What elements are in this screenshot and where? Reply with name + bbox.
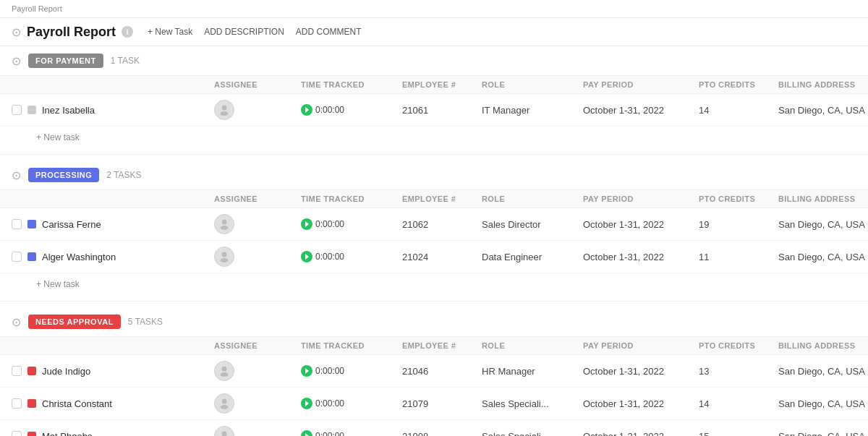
avatar[interactable] — [214, 100, 234, 120]
play-icon — [301, 398, 312, 409]
task-name-cell: Jude Indigo — [12, 366, 214, 377]
col-role: ROLE — [482, 341, 583, 350]
table-row[interactable]: Carissa Ferne 0:00:00 21062 Sales Direct… — [0, 208, 868, 241]
table-row[interactable]: Christa Constant 0:00:00 21079 Sales Spe… — [0, 388, 868, 420]
header-actions: + New Task ADD DESCRIPTION ADD COMMENT — [148, 24, 362, 40]
play-icon — [301, 104, 312, 116]
new-task-row[interactable]: + New task — [0, 273, 868, 295]
section-collapse-icon-for-payment[interactable]: ⊙ — [12, 54, 21, 68]
task-checkbox[interactable] — [12, 219, 22, 229]
info-icon[interactable]: i — [122, 26, 133, 38]
columns-row-processing: ASSIGNEE TIME TRACKED EMPLOYEE # ROLE PA… — [0, 189, 868, 208]
task-checkbox[interactable] — [12, 431, 22, 436]
col-pto-credits: PTO CREDITS — [699, 341, 778, 350]
section-collapse-icon-needs-approval[interactable]: ⊙ — [12, 315, 21, 329]
billing-address: San Diego, CA, USA — [778, 431, 868, 437]
assignee-cell — [214, 100, 301, 120]
task-checkbox[interactable] — [12, 398, 22, 409]
col-time-tracked: TIME TRACKED — [301, 341, 402, 350]
header-bar: ⊙ Payroll Report i + New Task ADD DESCRI… — [0, 18, 868, 46]
employee-num: 21061 — [402, 105, 482, 116]
new-task-button[interactable]: + New Task — [148, 24, 192, 40]
avatar[interactable] — [214, 247, 234, 267]
col-pto-credits: PTO CREDITS — [699, 80, 778, 89]
avatar[interactable] — [214, 214, 234, 234]
new-task-row[interactable]: + New task — [0, 127, 868, 148]
assignee-cell — [214, 214, 301, 234]
task-name-cell: Alger Washington — [12, 252, 214, 262]
avatar[interactable] — [214, 426, 234, 436]
play-icon — [301, 218, 312, 230]
assignee-cell — [214, 393, 301, 414]
task-name-cell: Christa Constant — [12, 398, 214, 409]
pay-period: October 1-31, 2022 — [583, 219, 699, 230]
section-badge-for-payment[interactable]: FOR PAYMENT — [28, 54, 103, 68]
employee-num: 21062 — [402, 219, 482, 230]
svg-point-9 — [221, 405, 229, 409]
task-name-cell: Inez Isabella — [12, 105, 214, 116]
pto-credits: 13 — [699, 366, 778, 377]
pay-period: October 1-31, 2022 — [583, 431, 699, 437]
pay-period: October 1-31, 2022 — [583, 252, 699, 262]
role: Sales Director — [482, 219, 583, 230]
section-collapse-icon-processing[interactable]: ⊙ — [12, 168, 21, 182]
task-name: Jude Indigo — [42, 366, 90, 377]
billing-address: San Diego, CA, USA — [778, 252, 868, 262]
pto-credits: 14 — [699, 105, 778, 116]
section-divider — [0, 154, 868, 155]
task-checkbox[interactable] — [12, 366, 22, 376]
table-row[interactable]: Alger Washington 0:00:00 21024 Data Engi… — [0, 241, 868, 273]
svg-point-5 — [221, 258, 229, 262]
table-row[interactable]: Mat Phoebe 0:00:00 21008 Sales Speciali.… — [0, 420, 868, 436]
title-group: ⊙ Payroll Report i — [12, 25, 133, 40]
task-name-cell: Mat Phoebe — [12, 431, 214, 437]
time-value: 0:00:00 — [315, 105, 344, 115]
task-checkbox[interactable] — [12, 252, 22, 262]
priority-dot — [27, 106, 36, 114]
pto-credits: 11 — [699, 252, 778, 262]
time-value: 0:00:00 — [315, 431, 344, 436]
task-checkbox[interactable] — [12, 105, 22, 115]
time-cell: 0:00:00 — [301, 251, 402, 262]
col-assignee: ASSIGNEE — [214, 195, 301, 203]
collapse-icon[interactable]: ⊙ — [12, 25, 21, 39]
svg-point-8 — [222, 399, 227, 404]
priority-dot — [27, 432, 36, 436]
avatar[interactable] — [214, 393, 234, 414]
section-header-for-payment: ⊙ FOR PAYMENT 1 TASK — [0, 46, 868, 75]
task-count-processing: 2 TASKS — [106, 170, 141, 180]
task-count-needs-approval: 5 TASKS — [128, 317, 163, 327]
time-cell: 0:00:00 — [301, 398, 402, 409]
section-header-needs-approval: ⊙ NEEDS APPROVAL 5 TASKS — [0, 307, 868, 336]
columns-row-for-payment: ASSIGNEE TIME TRACKED EMPLOYEE # ROLE PA… — [0, 75, 868, 94]
play-icon — [301, 430, 312, 436]
pto-credits: 19 — [699, 219, 778, 230]
task-name: Christa Constant — [42, 398, 112, 409]
role: Data Engineer — [482, 252, 583, 262]
pto-credits: 14 — [699, 398, 778, 409]
col-time-tracked: TIME TRACKED — [301, 195, 402, 203]
col-assignee: ASSIGNEE — [214, 341, 301, 350]
play-icon — [301, 365, 312, 377]
col-pay-period: PAY PERIOD — [583, 195, 699, 203]
breadcrumb: Payroll Report — [0, 0, 868, 18]
add-comment-button[interactable]: ADD COMMENT — [296, 24, 362, 40]
pay-period: October 1-31, 2022 — [583, 366, 699, 377]
employee-num: 21008 — [402, 431, 482, 437]
add-description-button[interactable]: ADD DESCRIPTION — [204, 24, 284, 40]
time-cell: 0:00:00 — [301, 218, 402, 230]
col-role: ROLE — [482, 195, 583, 203]
time-value: 0:00:00 — [315, 219, 344, 229]
table-row[interactable]: Inez Isabella 0:00:00 21061 IT Manager O… — [0, 94, 868, 127]
table-row[interactable]: Jude Indigo 0:00:00 21046 HR Manager Oct… — [0, 355, 868, 388]
svg-point-1 — [221, 111, 229, 116]
section-badge-needs-approval[interactable]: NEEDS APPROVAL — [28, 315, 121, 329]
col-time-tracked: TIME TRACKED — [301, 80, 402, 89]
col-billing-address: BILLING ADDRESS — [778, 195, 868, 203]
avatar[interactable] — [214, 361, 234, 381]
section-badge-processing[interactable]: PROCESSING — [28, 168, 99, 182]
role: HR Manager — [482, 366, 583, 377]
col-role: ROLE — [482, 80, 583, 89]
assignee-cell — [214, 361, 301, 381]
col-employee-num: EMPLOYEE # — [402, 80, 482, 89]
